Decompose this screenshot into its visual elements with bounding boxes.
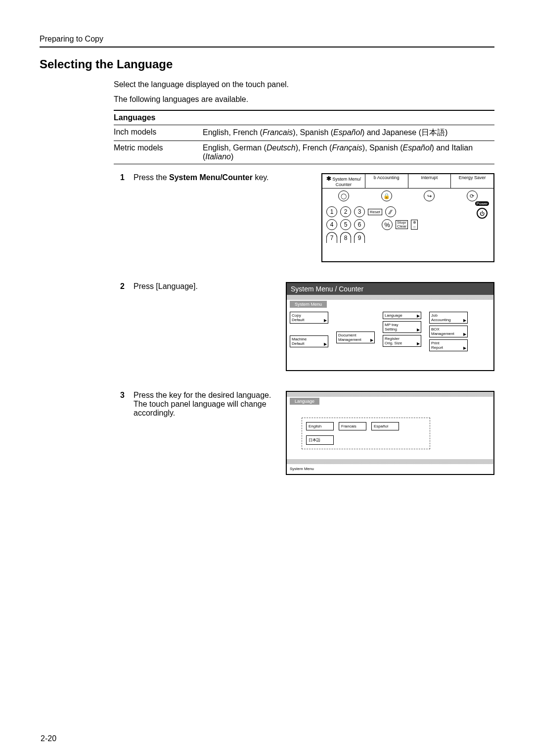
- refresh-icon: ⟳: [467, 190, 478, 201]
- page-title: Selecting the Language: [40, 57, 494, 71]
- francais-button[interactable]: Francais: [339, 422, 366, 430]
- energysaver-key[interactable]: Energy Saver: [451, 174, 493, 188]
- stripe-decoration: [287, 392, 493, 397]
- languages-cell: English, French (Francais), Spanish (Esp…: [203, 125, 494, 141]
- model-cell: Metric models: [114, 141, 203, 164]
- step-number: 1: [104, 173, 134, 182]
- step-2: 2 Press [Language]. System Menu / Counte…: [40, 282, 494, 371]
- mptray-button[interactable]: MP traySetting▶: [383, 321, 421, 333]
- jobaccounting-key[interactable]: b Accounting: [365, 174, 408, 188]
- panel-title: System Menu / Counter: [287, 283, 493, 295]
- numpad-8[interactable]: 8: [340, 232, 351, 243]
- numpad-3[interactable]: 3: [354, 206, 365, 217]
- power-button[interactable]: ⏻: [477, 208, 488, 219]
- step-3: 3 Press the key for the desired language…: [40, 391, 494, 475]
- power-label: Power: [475, 201, 490, 206]
- numpad-7[interactable]: 7: [326, 232, 337, 243]
- stripe-decoration: [287, 295, 493, 300]
- indicator-icon: ⊕○: [411, 220, 418, 230]
- interrupt-key[interactable]: Interrupt: [408, 174, 451, 188]
- control-panel-illustration: ✱ System Menu/ Counter b Accounting Inte…: [321, 173, 494, 262]
- languages-header: Languages: [114, 110, 203, 125]
- numpad-1[interactable]: 1: [326, 206, 337, 217]
- reset-button[interactable]: Reset: [368, 209, 382, 215]
- touch-panel-screenshot: System Menu / Counter System Menu CopyDe…: [286, 282, 494, 371]
- numpad-6[interactable]: 6: [354, 219, 365, 230]
- divider: [40, 47, 494, 47]
- japanese-button[interactable]: 日本語: [306, 435, 334, 445]
- copy-default-button[interactable]: CopyDefault▶: [290, 312, 328, 324]
- lock-icon: 🔒: [381, 190, 392, 201]
- language-option-group: English Francais Español 日本語: [302, 418, 430, 449]
- step-number: 3: [104, 391, 134, 400]
- sysmenu-key[interactable]: ✱ System Menu/ Counter: [322, 174, 365, 188]
- espanol-button[interactable]: Español: [371, 422, 399, 430]
- step-text: Press the key for the desired language. …: [134, 391, 286, 475]
- stripe-decoration: [287, 459, 493, 464]
- percent-icon[interactable]: %: [382, 219, 393, 230]
- step-text: Press the System Menu/Counter key.: [134, 173, 321, 262]
- numpad-5[interactable]: 5: [340, 219, 351, 230]
- print-report-button[interactable]: PrintReport▶: [429, 339, 468, 351]
- swap-icon: ↪: [424, 190, 435, 201]
- tab-system-menu[interactable]: System Menu: [290, 301, 327, 308]
- register-size-button[interactable]: RegisterOrig. Size▶: [383, 335, 421, 347]
- page-number: 2-20: [41, 734, 56, 743]
- job-accounting-button[interactable]: JobAccounting▶: [429, 312, 468, 324]
- step-text: Press [Language].: [134, 282, 286, 371]
- numpad-2[interactable]: 2: [340, 206, 351, 217]
- languages-table: Languages Inch models English, French (F…: [114, 110, 494, 164]
- stop-clear-button[interactable]: Stop/Clear: [396, 220, 408, 229]
- numpad-9[interactable]: 9: [354, 232, 365, 243]
- intro-text: Select the language displayed on the tou…: [114, 80, 494, 89]
- breadcrumb: Preparing to Copy: [40, 35, 494, 44]
- language-panel-screenshot: Language English Francais Español 日本語 Sy…: [286, 391, 494, 475]
- step-number: 2: [104, 282, 134, 291]
- slash-icon[interactable]: ⁄⁄: [385, 206, 396, 217]
- circle-icon: ◯: [338, 190, 349, 201]
- model-cell: Inch models: [114, 125, 203, 141]
- tab-language[interactable]: Language: [290, 398, 319, 405]
- intro-text-2: The following languages are available.: [114, 95, 494, 104]
- machine-default-button[interactable]: MachineDefault▶: [290, 335, 328, 347]
- document-management-button[interactable]: DocumentManagement▶: [336, 331, 375, 343]
- language-button[interactable]: Language▶: [383, 312, 421, 319]
- step-1: 1 Press the System Menu/Counter key. ✱ S…: [40, 173, 494, 262]
- english-button[interactable]: English: [306, 422, 334, 430]
- languages-cell: English, German (Deutsch), French (Franç…: [203, 141, 494, 164]
- numpad-4[interactable]: 4: [326, 219, 337, 230]
- box-management-button[interactable]: BOXManagement▶: [429, 326, 468, 337]
- panel-footer: System Menu: [290, 467, 314, 471]
